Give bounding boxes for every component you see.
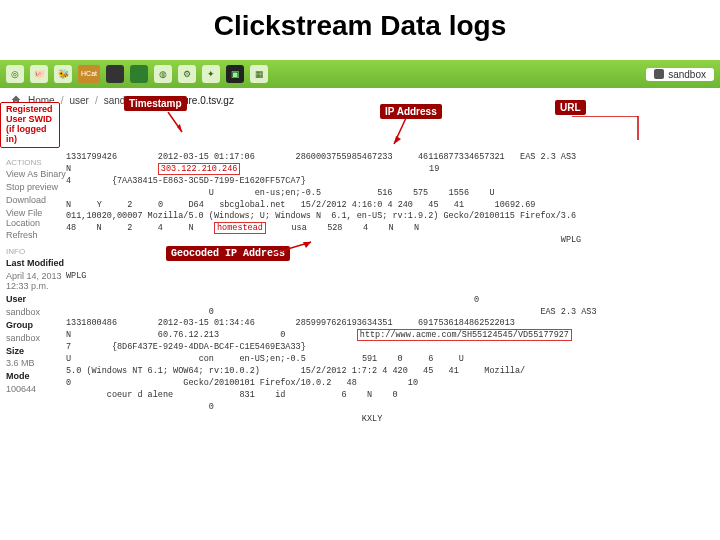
svg-marker-3 [394,136,401,144]
sidebar-item-viewloc[interactable]: View File Location [6,209,66,229]
log-row: 011,10020,00007 Mozilla/5.0 (Windows; U;… [66,211,714,223]
info-user-value: sandbox [6,308,66,318]
info-mode-label: Mode [6,372,66,382]
tools-icon[interactable]: ✦ [202,65,220,83]
log-row: 0 EAS 2.3 AS3 [66,307,714,319]
info-lastmod-value: April 14, 2013 12:33 p.m. [6,272,66,292]
info-size-label: Size [6,347,66,357]
log-row: coeur d alene 831 id 6 N 0 [66,390,714,402]
breadcrumb: Home / user / sandbox / Omniture.0.tsv.g… [0,88,720,108]
sidebar-actions-title: ACTIONS [6,158,66,167]
log-row: 5.0 (Windows NT 6.1; WOW64; rv:10.0.2) 1… [66,366,714,378]
log-row: N 303.122.210.246 19 [66,164,714,176]
user-label: sandbox [668,69,706,80]
geo-highlight: homestead [214,222,266,234]
log-row: 48 N 2 4 N homestead usa 528 4 N N [66,223,714,235]
user-menu[interactable]: sandbox [646,68,714,81]
top-toolbar: ◎ 🐖 🐝 HCat ◍ ⚙ ✦ ▣ ▦ sandbox [0,60,720,88]
gear-icon[interactable]: ⚙ [178,65,196,83]
bee-icon[interactable]: 🐝 [54,65,72,83]
globe-icon[interactable]: ◍ [154,65,172,83]
log-row: U en-us;en;-0.5 516 575 1556 U [66,188,714,200]
grid-icon[interactable]: ▦ [250,65,268,83]
annot-swid: Registered User SWID (if logged in) [0,102,60,148]
log-row: 0 Gecko/20100101 Firefox/10.0.2 48 10 [66,378,714,390]
log-row [66,283,714,295]
ip-highlight: 303.122.210.246 [158,163,241,175]
log-row: N Y 2 0 D64 sbcglobal.net 15/2/2012 4:16… [66,200,714,212]
log-row: 0 [66,402,714,414]
info-group-label: Group [6,321,66,331]
info-user-label: User [6,295,66,305]
hcat-icon[interactable]: HCat [78,65,100,83]
pig-icon[interactable]: 🐖 [30,65,48,83]
log-row: 0 [66,295,714,307]
breadcrumb-sep: / [61,95,64,106]
log-row: N 60.76.12.213 0 http://www.acme.com/SH5… [66,330,714,342]
sidebar-info-title: INFO [6,247,66,256]
sidebar-item-viewbinary[interactable]: View As Binary [6,170,66,180]
app-icon[interactable]: ◎ [6,65,24,83]
log-row: WPLG [66,235,714,247]
breadcrumb-sep: / [95,95,98,106]
breadcrumb-part[interactable]: user [69,95,88,106]
annot-ip: IP Address [380,104,442,119]
svg-marker-7 [303,242,311,248]
avatar-icon [654,69,664,79]
info-size-value: 3.6 MB [6,359,66,369]
db-green-icon[interactable] [130,65,148,83]
log-row: 4 {7AA38415-E863-3C5D-7199-E1620FF57CA7} [66,176,714,188]
sidebar-item-download[interactable]: Download [6,196,66,206]
log-row: KXLY [66,414,714,426]
db-dark-icon[interactable] [106,65,124,83]
sidebar: ACTIONS View As Binary Stop preview Down… [0,148,66,425]
sidebar-item-stoppreview[interactable]: Stop preview [6,183,66,193]
page-title: Clickstream Data logs [0,0,720,60]
annotation-layer-top: Registered User SWID (if logged in) Time… [0,108,720,148]
log-row: 0 [66,247,714,259]
info-mode-value: 100644 [6,385,66,395]
annot-timestamp: Timestamp [124,96,187,111]
info-lastmod-label: Last Modified [6,259,66,269]
terminal-icon[interactable]: ▣ [226,65,244,83]
info-group-value: sandbox [6,334,66,344]
log-row [66,259,714,271]
annot-url: URL [555,100,586,115]
file-content: 1331799426 2012-03-15 01:17:06 286000375… [66,148,720,425]
log-row: WPLG [66,271,714,283]
url-highlight: http://www.acme.com/SH55124545/VD5517792… [357,329,572,341]
sidebar-item-refresh[interactable]: Refresh [6,231,66,241]
log-row: U con en-US;en;-0.5 591 0 6 U [66,354,714,366]
log-row: 7 {8D6F437E-9249-4DDA-BC4F-C1E5469E3A33} [66,342,714,354]
